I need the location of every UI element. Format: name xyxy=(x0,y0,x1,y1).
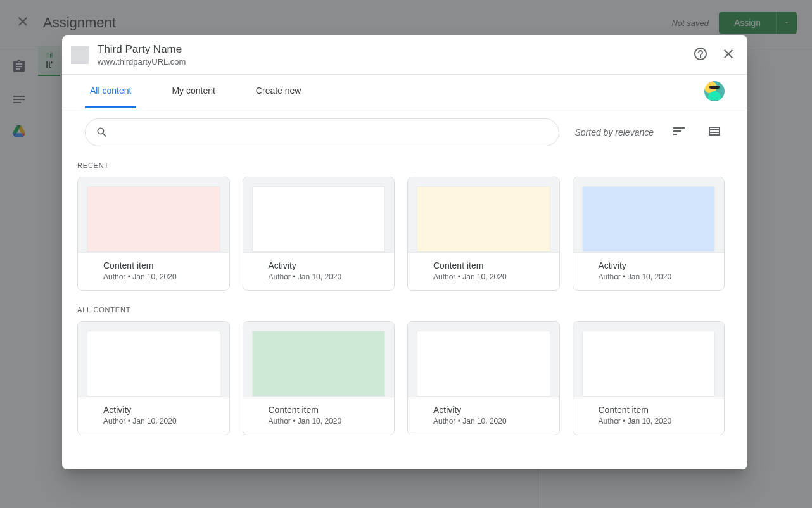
card-subtitle: Author • Jan 10, 2020 xyxy=(433,417,549,426)
search-icon xyxy=(96,126,108,139)
avatar[interactable] xyxy=(704,81,725,101)
view-list-icon[interactable] xyxy=(704,121,725,144)
content-card[interactable]: Content itemAuthor • Jan 10, 2020 xyxy=(77,177,230,291)
card-thumb-wrap xyxy=(408,322,559,397)
tab-all-content[interactable]: All content xyxy=(85,75,136,108)
tabs: All content My content Create new xyxy=(85,75,704,108)
close-modal-icon[interactable] xyxy=(721,46,736,64)
card-meta: Content itemAuthor • Jan 10, 2020 xyxy=(78,252,229,290)
card-title: Content item xyxy=(103,260,219,270)
card-meta: ActivityAuthor • Jan 10, 2020 xyxy=(408,397,559,435)
card-thumb-wrap xyxy=(243,177,395,252)
card-meta: Content itemAuthor • Jan 10, 2020 xyxy=(243,397,395,435)
card-title: Activity xyxy=(103,405,219,415)
card-thumbnail xyxy=(417,186,550,252)
card-subtitle: Author • Jan 10, 2020 xyxy=(103,417,219,426)
section-label-recent: RECENT xyxy=(77,162,725,169)
content-card[interactable]: Content itemAuthor • Jan 10, 2020 xyxy=(407,177,560,291)
card-title: Activity xyxy=(599,260,714,270)
card-thumb-wrap xyxy=(573,177,725,252)
card-thumbnail xyxy=(582,186,716,252)
modal-title: Third Party Name xyxy=(98,43,693,56)
card-thumbnail xyxy=(87,186,220,252)
modal-header: Third Party Name www.thirdpartyURL.com xyxy=(62,35,747,75)
content-card[interactable]: ActivityAuthor • Jan 10, 2020 xyxy=(573,177,725,291)
tab-create-new[interactable]: Create new xyxy=(251,75,307,108)
card-subtitle: Author • Jan 10, 2020 xyxy=(269,272,384,281)
search-input[interactable] xyxy=(115,127,549,138)
card-thumb-wrap xyxy=(78,322,229,397)
modal-url: www.thirdpartyURL.com xyxy=(98,57,693,67)
card-subtitle: Author • Jan 10, 2020 xyxy=(599,417,714,426)
card-thumbnail xyxy=(582,331,716,397)
card-title: Activity xyxy=(269,260,384,270)
card-meta: Content itemAuthor • Jan 10, 2020 xyxy=(408,252,559,290)
card-thumbnail xyxy=(87,331,220,397)
help-icon[interactable] xyxy=(693,46,708,64)
all-grid: ActivityAuthor • Jan 10, 2020Content ite… xyxy=(77,321,725,435)
card-thumb-wrap xyxy=(78,177,229,252)
header-text: Third Party Name www.thirdpartyURL.com xyxy=(98,43,693,67)
card-subtitle: Author • Jan 10, 2020 xyxy=(103,272,219,281)
card-subtitle: Author • Jan 10, 2020 xyxy=(599,272,714,281)
thirdparty-logo xyxy=(71,46,89,64)
content-picker-modal: Third Party Name www.thirdpartyURL.com A… xyxy=(62,35,747,469)
section-label-all: ALL CONTENT xyxy=(77,306,725,314)
card-meta: ActivityAuthor • Jan 10, 2020 xyxy=(573,252,725,290)
search-box[interactable] xyxy=(85,118,559,146)
card-thumb-wrap xyxy=(243,322,395,397)
card-title: Content item xyxy=(433,260,549,270)
controls-row: Sorted by relevance xyxy=(62,108,747,146)
card-meta: ActivityAuthor • Jan 10, 2020 xyxy=(78,397,229,435)
sort-label: Sorted by relevance xyxy=(574,127,654,137)
tab-my-content[interactable]: My content xyxy=(167,75,220,108)
content-card[interactable]: ActivityAuthor • Jan 10, 2020 xyxy=(407,321,560,435)
card-title: Content item xyxy=(599,405,714,415)
card-title: Activity xyxy=(433,405,549,415)
tab-row: All content My content Create new xyxy=(62,75,747,108)
sort-icon[interactable] xyxy=(669,121,689,144)
card-subtitle: Author • Jan 10, 2020 xyxy=(269,417,384,426)
card-thumb-wrap xyxy=(573,322,725,397)
content-card[interactable]: ActivityAuthor • Jan 10, 2020 xyxy=(243,177,395,291)
card-thumbnail xyxy=(252,186,386,252)
card-subtitle: Author • Jan 10, 2020 xyxy=(433,272,549,281)
card-meta: Content itemAuthor • Jan 10, 2020 xyxy=(573,397,725,435)
card-thumb-wrap xyxy=(408,177,559,252)
card-title: Content item xyxy=(269,405,384,415)
content-card[interactable]: ActivityAuthor • Jan 10, 2020 xyxy=(77,321,230,435)
card-meta: ActivityAuthor • Jan 10, 2020 xyxy=(243,252,395,290)
card-thumbnail xyxy=(252,331,386,397)
content-card[interactable]: Content itemAuthor • Jan 10, 2020 xyxy=(573,321,725,435)
content-card[interactable]: Content itemAuthor • Jan 10, 2020 xyxy=(243,321,395,435)
recent-grid: Content itemAuthor • Jan 10, 2020Activit… xyxy=(77,177,725,291)
card-thumbnail xyxy=(417,331,550,397)
content-area: RECENT Content itemAuthor • Jan 10, 2020… xyxy=(62,146,747,469)
